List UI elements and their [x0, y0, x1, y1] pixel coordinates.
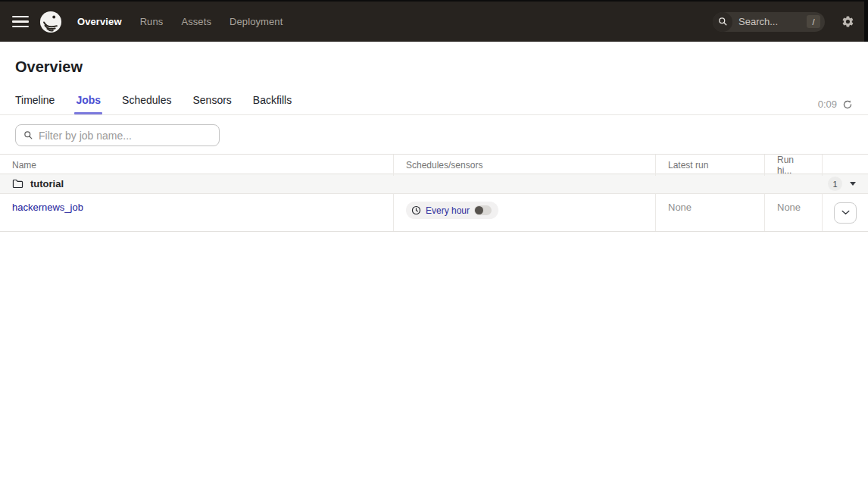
schedule-toggle[interactable] [474, 205, 492, 215]
refresh-countdown: 0:09 [818, 99, 837, 110]
nav-item-assets[interactable]: Assets [181, 16, 211, 27]
overview-tabs-bar: Timeline Jobs Schedules Sensors Backfill… [0, 89, 868, 115]
global-search-input[interactable]: Search... / [713, 12, 825, 32]
job-name-link[interactable]: hackernews_job [12, 202, 83, 213]
repo-group-row-tutorial[interactable]: tutorial 1 [0, 174, 868, 194]
run-history-cell: None [765, 194, 823, 231]
top-navbar: Overview Runs Assets Deployment Search..… [0, 2, 868, 42]
tab-backfills[interactable]: Backfills [253, 94, 292, 114]
hamburger-menu-icon[interactable] [12, 13, 29, 31]
page-title: Overview [15, 58, 850, 76]
table-row: hackernews_job Every hour None None [0, 194, 868, 232]
job-name-cell: hackernews_job [0, 194, 394, 231]
job-filter-input[interactable] [39, 130, 211, 142]
nav-item-overview[interactable]: Overview [77, 16, 122, 27]
schedule-label: Every hour [426, 205, 470, 216]
table-header-row: Name Schedules/sensors Latest run Run hi… [0, 155, 868, 174]
chevron-down-icon [841, 210, 850, 215]
latest-run-value: None [668, 202, 692, 213]
tab-jobs[interactable]: Jobs [76, 94, 101, 114]
tab-sensors[interactable]: Sensors [192, 94, 231, 114]
group-job-count-badge: 1 [828, 177, 842, 191]
row-menu-button[interactable] [834, 202, 857, 224]
job-schedule-cell: Every hour [394, 194, 656, 231]
filter-section [0, 115, 868, 154]
search-shortcut-key: / [807, 15, 820, 28]
nav-links: Overview Runs Assets Deployment [77, 16, 283, 27]
filter-search-icon [23, 130, 33, 140]
latest-run-cell: None [656, 194, 765, 231]
tab-schedules[interactable]: Schedules [122, 94, 171, 114]
column-header-name: Name [0, 155, 394, 176]
job-filter-field[interactable] [15, 124, 220, 146]
search-placeholder: Search... [732, 16, 807, 27]
column-header-run-history: Run hi... [765, 155, 823, 176]
column-header-actions [823, 155, 868, 176]
jobs-table: Name Schedules/sensors Latest run Run hi… [0, 154, 868, 232]
clock-icon [411, 205, 421, 215]
schedule-pill[interactable]: Every hour [406, 202, 498, 219]
nav-item-runs[interactable]: Runs [140, 16, 164, 27]
folder-icon [12, 179, 23, 189]
search-icon [713, 12, 732, 32]
nav-right-edge [864, 2, 868, 42]
page-header: Overview [0, 42, 868, 89]
column-header-latest-run: Latest run [656, 155, 765, 176]
dagster-logo-icon[interactable] [39, 11, 62, 33]
column-header-schedules: Schedules/sensors [394, 155, 656, 176]
group-name: tutorial [30, 178, 64, 189]
row-actions-cell [823, 194, 868, 231]
nav-item-deployment[interactable]: Deployment [229, 16, 283, 27]
run-history-value: None [777, 202, 801, 213]
refresh-icon[interactable] [842, 99, 853, 110]
group-collapse-caret-icon[interactable] [850, 182, 856, 186]
settings-gear-icon[interactable] [841, 15, 854, 28]
tab-timeline[interactable]: Timeline [15, 94, 55, 114]
